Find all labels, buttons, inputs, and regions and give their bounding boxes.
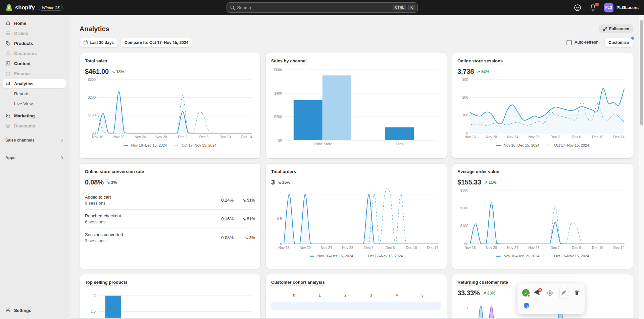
svg-text:Nov 20: Nov 20: [113, 135, 125, 139]
chevron-right-icon: [61, 139, 63, 142]
auto-refresh-toggle[interactable]: Auto-refresh: [566, 40, 599, 45]
card-title[interactable]: Sales by channel: [271, 58, 307, 64]
svg-text:$0: $0: [464, 242, 468, 246]
card-title[interactable]: Online store conversion rate: [85, 169, 144, 175]
sidebar-section-sales-channels[interactable]: Sales channels: [3, 136, 66, 145]
svg-text:1: 1: [280, 192, 282, 196]
svg-text:Dec 10: Dec 10: [219, 135, 231, 139]
metric-value: 3: [271, 178, 275, 186]
search-icon: [230, 5, 235, 10]
sidekick-icon[interactable]: [573, 3, 582, 12]
sidebar-section-apps[interactable]: Apps: [3, 153, 66, 162]
change-indicator: ↘3%: [107, 180, 117, 185]
change-indicator: ↗33%: [483, 291, 495, 296]
chart-legend: Nov 16–Dec 15, 2024 ···Oct 17–Nov 15, 20…: [271, 254, 441, 258]
svg-text:Nov 28: Nov 28: [342, 246, 353, 250]
svg-text:Dec 6: Dec 6: [199, 135, 209, 139]
gear-icon: [5, 308, 11, 313]
home-icon: [5, 20, 11, 26]
chart-legend: Nov 16–Dec 15, 2024 ···Oct 17–Nov 15, 20…: [85, 143, 255, 147]
fullscreen-button[interactable]: Fullscreen: [599, 24, 633, 33]
svg-text:Nov 16: Nov 16: [92, 135, 103, 139]
customers-icon: [5, 51, 11, 56]
search-input[interactable]: [237, 5, 391, 10]
svg-text:0: 0: [280, 242, 282, 246]
svg-text:Dec 2: Dec 2: [551, 246, 560, 250]
svg-text:Dec 14: Dec 14: [613, 246, 625, 250]
svg-text:$200: $200: [460, 206, 468, 210]
sidebar-item-marketing[interactable]: Marketing: [3, 111, 66, 120]
svg-text:$100: $100: [460, 224, 468, 228]
current-series-marker: [310, 256, 314, 257]
sidebar-item-finance[interactable]: Finance: [3, 69, 66, 78]
main-content: Analytics Fullscreen Last 30 days Compar…: [69, 15, 639, 319]
store-name: PLGLasers: [616, 5, 639, 10]
green-check-extension-icon[interactable]: ✓: [522, 289, 530, 297]
cohort-row: [271, 302, 441, 310]
top-selling-products-card: Top selling products 21.5: [80, 274, 260, 319]
metric-value: $461.00: [85, 68, 109, 75]
metric-value: 33.33%: [457, 289, 480, 297]
svg-text:Nov 16: Nov 16: [278, 246, 289, 250]
products-icon: [5, 41, 11, 46]
metric-value: 3,738: [457, 68, 474, 75]
sidebar-item-analytics[interactable]: Analytics: [3, 79, 66, 88]
topbar-actions: 1 PLG PLGLasers: [573, 0, 639, 15]
card-title[interactable]: Customer cohort analysis: [271, 280, 325, 286]
svg-text:Dec 2: Dec 2: [178, 135, 188, 139]
vertical-scrollbar[interactable]: [639, 15, 644, 319]
card-title[interactable]: Returning customer rate: [457, 280, 508, 286]
sidebar-item-live-view[interactable]: Live View: [3, 99, 66, 108]
svg-text:0.5: 0.5: [277, 217, 282, 221]
sidebar-item-settings[interactable]: Settings: [3, 306, 66, 315]
card-title[interactable]: Average order value: [457, 169, 499, 175]
current-series-marker: [496, 145, 501, 146]
svg-text:Dec 10: Dec 10: [406, 246, 417, 250]
orders-icon: [5, 31, 11, 36]
sidebar-item-products[interactable]: Products: [3, 39, 66, 48]
scrollbar-thumb[interactable]: [640, 20, 643, 125]
notifications-button[interactable]: 1: [589, 3, 597, 12]
svg-text:Dec 2: Dec 2: [551, 135, 560, 139]
sidebar-item-customers[interactable]: Customers: [3, 49, 66, 58]
card-title[interactable]: Total orders: [271, 169, 296, 175]
search-bar[interactable]: CTRL K: [227, 2, 418, 13]
svg-text:Nov 20: Nov 20: [486, 246, 497, 250]
sidebar-item-home[interactable]: Home: [3, 18, 66, 28]
previous-series-marker: ···: [360, 254, 365, 258]
svg-text:100: 100: [462, 113, 468, 117]
svg-text:1.5: 1.5: [91, 309, 96, 313]
account-menu[interactable]: PLG PLGLasers: [604, 3, 639, 12]
sidebar-item-discounts[interactable]: Discounts: [3, 121, 66, 130]
analytics-icon: [5, 81, 11, 86]
customize-button[interactable]: Customize: [604, 38, 633, 47]
shield-warning-extension-icon[interactable]: [522, 302, 530, 310]
card-title[interactable]: Online store sessions: [457, 58, 503, 64]
sidebar-item-reports[interactable]: Reports: [3, 89, 66, 98]
dark-triangle-extension-icon[interactable]: ✕: [535, 289, 541, 297]
svg-text:Dec 6: Dec 6: [572, 246, 581, 250]
online-store-sessions-chart: 3002001000Nov 16Nov 20Nov 24Nov 28Dec 2D…: [457, 77, 628, 141]
card-title[interactable]: Top selling products: [85, 280, 128, 286]
funnel-row-reached-checkout: Reached checkout 6 sessions 0.16% ↘51%: [85, 209, 255, 228]
sales-by-channel-chart: $600$400$200$0Online StoreShop: [271, 68, 441, 148]
auto-refresh-checkbox[interactable]: [566, 40, 572, 45]
svg-text:0: 0: [466, 131, 468, 135]
feather-extension-icon[interactable]: [559, 287, 568, 299]
sidebar-item-content[interactable]: Content: [3, 59, 66, 68]
svg-text:300: 300: [462, 77, 468, 82]
compare-to-button[interactable]: Compare to: Oct 17–Nov 15, 2024: [120, 38, 192, 47]
change-indicator: ↘3%: [239, 235, 255, 240]
chevron-right-icon: [61, 156, 63, 160]
clover-extension-icon[interactable]: [547, 289, 554, 297]
date-range-button[interactable]: Last 30 days: [80, 38, 118, 47]
expand-icon: [603, 27, 607, 31]
svg-text:Dec 14: Dec 14: [613, 135, 625, 139]
funnel-row-added-to-cart: Added to cart 9 sessions 0.24% ↘51%: [85, 191, 255, 209]
finance-icon: [5, 71, 11, 76]
card-title[interactable]: Total sales: [85, 58, 107, 64]
sidebar-item-orders[interactable]: Orders: [3, 29, 66, 38]
shopify-logo[interactable]: S shopify: [5, 4, 35, 12]
trash-extension-icon[interactable]: [574, 289, 580, 297]
total-orders-chart: 10.50Nov 16Nov 20Nov 24Nov 28Dec 2Dec 6D…: [271, 188, 441, 251]
